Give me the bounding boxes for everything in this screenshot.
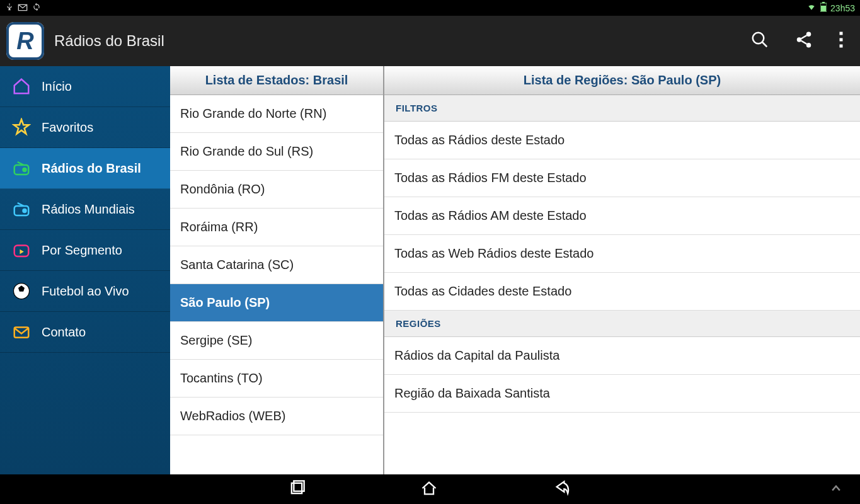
nav-bar <box>0 474 860 504</box>
sidebar-item-label: Futebol ao Vivo <box>42 284 129 299</box>
region-item[interactable]: Região da Baixada Santista <box>384 375 860 413</box>
svg-point-13 <box>23 168 26 171</box>
chevron-up-icon[interactable] <box>827 482 845 497</box>
soccer-icon <box>11 281 32 301</box>
state-item[interactable]: Rio Grande do Norte (RN) <box>170 95 383 133</box>
sidebar: Início Favoritos Rádios do Brasil Rádios… <box>0 66 170 474</box>
sidebar-item-label: Rádios Mundiais <box>42 202 135 217</box>
regioes-label: REGIÕES <box>384 311 860 337</box>
sidebar-item-label: Por Segmento <box>42 243 122 258</box>
home-icon <box>11 76 32 96</box>
svg-rect-10 <box>840 45 843 48</box>
states-panel: Lista de Estados: Brasil Rio Grande do N… <box>170 66 384 474</box>
state-item[interactable]: Tocantins (TO) <box>170 360 383 398</box>
usb-icon <box>5 3 14 13</box>
sidebar-item-radios-mundiais[interactable]: Rádios Mundiais <box>0 189 170 230</box>
sidebar-item-label: Início <box>42 79 72 94</box>
state-item[interactable]: Santa Catarina (SC) <box>170 246 383 284</box>
svg-rect-9 <box>840 38 843 42</box>
sidebar-item-label: Favoritos <box>42 120 93 135</box>
share-icon[interactable] <box>794 30 813 52</box>
states-list[interactable]: Rio Grande do Norte (RN) Rio Grande do S… <box>170 95 383 474</box>
wifi-icon <box>806 3 817 13</box>
mail-icon <box>11 322 32 342</box>
recent-apps-icon[interactable] <box>288 479 306 500</box>
search-icon[interactable] <box>750 30 769 52</box>
app-title: Rádios do Brasil <box>54 32 164 50</box>
svg-point-16 <box>23 209 26 212</box>
sidebar-item-label: Rádios do Brasil <box>42 161 141 176</box>
sidebar-item-label: Contato <box>42 325 86 340</box>
regions-panel: Lista de Regiões: São Paulo (SP) FILTROS… <box>384 66 860 474</box>
svg-point-7 <box>806 43 811 48</box>
filter-item[interactable]: Todas as Rádios FM deste Estado <box>384 159 860 197</box>
svg-rect-2 <box>821 6 826 11</box>
sidebar-item-radios-brasil[interactable]: Rádios do Brasil <box>0 148 170 189</box>
state-item-selected[interactable]: São Paulo (SP) <box>170 284 383 322</box>
svg-point-3 <box>753 33 764 44</box>
filter-item[interactable]: Todas as Rádios AM deste Estado <box>384 197 860 235</box>
state-item[interactable]: Rondônia (RO) <box>170 171 383 209</box>
action-bar: R Rádios do Brasil <box>0 16 860 66</box>
state-item[interactable]: Sergipe (SE) <box>170 322 383 360</box>
home-nav-icon[interactable] <box>419 479 439 500</box>
states-header: Lista de Estados: Brasil <box>170 66 383 95</box>
mail-icon <box>18 3 28 13</box>
state-item[interactable]: WebRadios (WEB) <box>170 398 383 435</box>
filter-item[interactable]: Todas as Web Rádios deste Estado <box>384 235 860 273</box>
regions-header: Lista de Regiões: São Paulo (SP) <box>384 66 860 95</box>
svg-rect-8 <box>840 32 843 35</box>
filter-item[interactable]: Todas as Cidades deste Estado <box>384 273 860 311</box>
svg-point-5 <box>806 32 811 37</box>
svg-point-6 <box>797 37 802 42</box>
radio-mundiais-icon <box>11 199 32 219</box>
sidebar-item-inicio[interactable]: Início <box>0 66 170 107</box>
back-icon[interactable] <box>553 479 573 500</box>
state-item[interactable]: Roráima (RR) <box>170 209 383 246</box>
sync-icon <box>32 3 42 13</box>
star-icon <box>11 117 32 137</box>
sidebar-item-favoritos[interactable]: Favoritos <box>0 107 170 148</box>
status-bar: 23h53 <box>0 0 860 16</box>
overflow-menu-icon[interactable] <box>839 30 844 52</box>
sidebar-item-por-segmento[interactable]: Por Segmento <box>0 230 170 271</box>
content: Início Favoritos Rádios do Brasil Rádios… <box>0 66 860 474</box>
sidebar-item-futebol[interactable]: Futebol ao Vivo <box>0 271 170 312</box>
sidebar-item-contato[interactable]: Contato <box>0 312 170 353</box>
state-item[interactable]: Rio Grande do Sul (RS) <box>170 133 383 171</box>
filter-item[interactable]: Todas as Rádios deste Estado <box>384 122 860 159</box>
app-logo-icon: R <box>6 22 44 60</box>
svg-line-4 <box>762 42 767 47</box>
battery-icon <box>820 2 827 14</box>
radio-brasil-icon <box>11 158 32 178</box>
segment-icon <box>11 240 32 260</box>
status-time: 23h53 <box>830 3 855 13</box>
filtros-label: FILTROS <box>384 95 860 122</box>
region-item[interactable]: Rádios da Capital da Paulista <box>384 337 860 375</box>
